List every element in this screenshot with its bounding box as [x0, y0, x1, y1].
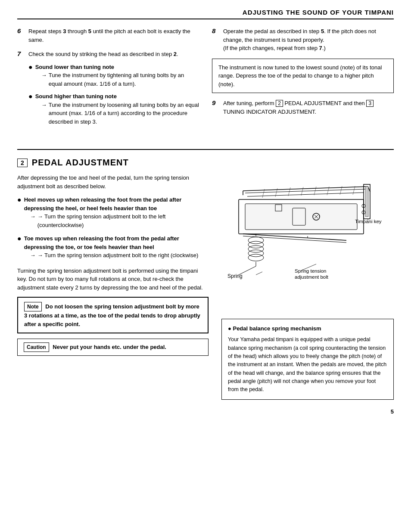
arrow-lower: → Tune the instrument by tightening all …	[41, 71, 199, 88]
pedal-balance-title-text: ● Pedal balance spring mechanism	[228, 324, 321, 333]
note-label: Note	[24, 302, 42, 311]
pedal-balance-title: ● Pedal balance spring mechanism	[228, 324, 387, 333]
svg-rect-14	[365, 187, 368, 217]
svg-point-22	[248, 250, 264, 257]
info-box-text: The instrument is now tuned to the lowes…	[218, 64, 382, 87]
step-9-block: 9 After tuning, perform 2 PEDAL ADJUSTME…	[212, 99, 394, 116]
svg-rect-18	[245, 204, 357, 230]
section-2-para: Turning the spring tension adjustment bo…	[17, 267, 209, 292]
step-6-content: Repeat steps 3 through 5 until the pitch…	[28, 27, 199, 44]
pedal-bullet-1-text: Heel moves up when releasing the foot fr…	[24, 196, 209, 231]
step-9-content: After tuning, perform 2 PEDAL ADJUSTMENT…	[223, 99, 394, 116]
note-text: Do not loosen the spring tension adjustm…	[24, 303, 200, 327]
arrow-2: →	[41, 101, 47, 126]
step-8-block: 8 Operate the pedal as described in step…	[212, 27, 394, 53]
svg-line-12	[353, 186, 355, 195]
caution-label: Caution	[24, 342, 49, 352]
step-6-num: 6	[17, 27, 25, 44]
step-7-block: 7 Check the sound by striking the head a…	[17, 50, 199, 130]
bullet-dot-1: ●	[28, 63, 33, 72]
bolt-label-2: adjustment bolt	[295, 274, 329, 280]
diagram-area: Spring Spring tension adjustment bolt Ti…	[221, 174, 394, 313]
svg-line-3	[245, 189, 366, 193]
section-2-title: PEDAL ADJUSTMENT	[32, 158, 129, 168]
step-6-block: 6 Repeat steps 3 through 5 until the pit…	[17, 27, 199, 44]
arrow-higher: → Tune the instrument by loosening all t…	[41, 101, 199, 126]
page-title: ADJUSTING THE SOUND OF YOUR TIMPANI	[17, 9, 394, 16]
bullet-lower-text: Sound lower than tuning note → Tune the …	[35, 63, 199, 90]
pedal-diagram: Spring Spring tension adjustment bolt Ti…	[221, 174, 394, 311]
svg-line-36	[256, 272, 262, 275]
pedal-bullet-2: ● Toe moves up when releasing the foot f…	[17, 234, 209, 261]
bolt-label: Spring tension	[295, 268, 327, 274]
pedal-arrow-2: → → Turn the spring tension adjustment b…	[30, 251, 209, 260]
spring-label: Spring	[227, 273, 243, 279]
bullet-higher-text: Sound higher than tuning note → Tune the…	[35, 92, 199, 128]
pedal-bullet-dot-1: ●	[17, 196, 22, 205]
box-3-ref: 3	[366, 100, 374, 107]
pedal-arrow-sym-1: →	[30, 212, 36, 229]
arrow-higher-text: Tune the instrument by loosening all tun…	[49, 101, 199, 126]
step-7-bullets: ● Sound lower than tuning note → Tune th…	[28, 63, 199, 128]
left-column: 6 Repeat steps 3 through 5 until the pit…	[17, 27, 199, 136]
pedal-arrow-2-text: → Turn the spring tension adjustment bol…	[37, 251, 199, 260]
step-8-num: 8	[212, 27, 220, 53]
top-section: 6 Repeat steps 3 through 5 until the pit…	[17, 27, 394, 136]
main-section: After depressing the toe and heel of the…	[17, 174, 394, 400]
note-box: Note Do not loosen the spring tension ad…	[17, 297, 209, 333]
main-right-col: Spring Spring tension adjustment bolt Ti…	[221, 174, 394, 400]
pedal-balance-body: Your Yamaha pedal timpani is equipped wi…	[228, 336, 387, 394]
step-8-content: Operate the pedal as described in step 5…	[223, 27, 394, 53]
svg-line-0	[243, 187, 368, 191]
step-7-content: Check the sound by striking the head as …	[28, 50, 199, 130]
arrow-lower-text: Tune the instrument by tightening all tu…	[49, 71, 199, 88]
step-7-num: 7	[17, 50, 25, 130]
page-header: ADJUSTING THE SOUND OF YOUR TIMPANI	[17, 9, 394, 19]
bullet-dot-2: ●	[28, 92, 33, 101]
caution-box: Caution Never put your hands etc. under …	[17, 339, 209, 356]
right-column: 8 Operate the pedal as described in step…	[212, 27, 394, 136]
section-divider	[17, 149, 394, 150]
info-box: The instrument is now tuned to the lowes…	[212, 59, 394, 93]
svg-point-19	[248, 237, 264, 244]
section-2-title-row: 2 PEDAL ADJUSTMENT	[17, 158, 394, 168]
timpani-key-label: Timpani key	[355, 219, 382, 224]
step-9-num: 9	[212, 99, 220, 116]
svg-line-4	[247, 193, 364, 196]
arrow-1: →	[41, 71, 47, 88]
svg-point-20	[248, 241, 264, 248]
page-num-text: 5	[391, 408, 394, 415]
section-2-intro: After depressing the toe and heel of the…	[17, 174, 209, 190]
caution-text: Never put your hands etc. under the peda…	[53, 344, 166, 350]
pedal-arrow-sym-2: →	[30, 251, 36, 260]
bullet-higher: ● Sound higher than tuning note → Tune t…	[28, 92, 199, 128]
box-2-ref: 2	[276, 100, 283, 107]
main-left-col: After depressing the toe and heel of the…	[17, 174, 209, 400]
section-num-box: 2	[17, 159, 28, 167]
pedal-bullet-dot-2: ●	[17, 234, 22, 243]
page-number: 5	[17, 408, 394, 415]
pedal-arrow-1-text: → Turn the spring tension adjustment bol…	[37, 212, 209, 229]
pedal-bullet-2-text: Toe moves up when releasing the foot fro…	[24, 234, 209, 261]
pedal-arrow-1: → → Turn the spring tension adjustment b…	[30, 212, 209, 229]
pedal-bullet-1: ● Heel moves up when releasing the foot …	[17, 196, 209, 231]
bullet-lower: ● Sound lower than tuning note → Tune th…	[28, 63, 199, 90]
svg-point-21	[248, 246, 264, 252]
svg-point-23	[248, 254, 264, 261]
pedal-balance-box: ● Pedal balance spring mechanism Your Ya…	[221, 319, 394, 400]
